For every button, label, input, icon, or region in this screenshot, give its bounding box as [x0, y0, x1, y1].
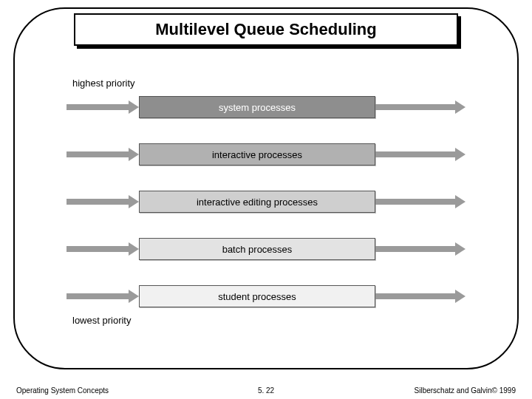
arrow-left-icon — [66, 245, 139, 253]
queue-box: student processes — [139, 285, 375, 307]
queue-row: batch processes — [66, 235, 466, 263]
queue-label: interactive editing processes — [197, 197, 318, 208]
arrow-right-icon — [375, 245, 466, 253]
arrow-left-icon — [66, 197, 139, 206]
queue-label: system processes — [219, 102, 296, 113]
highest-priority-label: highest priority — [72, 78, 466, 89]
arrow-right-icon — [375, 292, 466, 301]
footer-center: 5. 22 — [258, 386, 274, 395]
footer: Operating System Concepts 5. 22 Silbersc… — [0, 386, 532, 395]
queue-label: interactive processes — [212, 149, 302, 160]
arrow-left-icon — [66, 292, 139, 301]
queue-box: batch processes — [139, 238, 375, 260]
queue-box: system processes — [139, 96, 375, 118]
arrow-right-icon — [375, 150, 466, 159]
slide-title: Multilevel Queue Scheduling — [155, 20, 377, 39]
queue-label: student processes — [218, 291, 296, 302]
lowest-priority-label: lowest priority — [72, 315, 466, 326]
queue-row: interactive editing processes — [66, 188, 466, 216]
queue-box: interactive editing processes — [139, 191, 375, 213]
queue-box: interactive processes — [139, 143, 375, 166]
queue-row: student processes — [66, 282, 466, 310]
queue-label: batch processes — [222, 244, 293, 255]
queue-diagram: highest priority system processesinterac… — [66, 78, 466, 326]
title-box: Multilevel Queue Scheduling — [74, 13, 458, 46]
arrow-left-icon — [66, 150, 139, 159]
footer-right: Silberschatz and Galvin© 1999 — [415, 386, 516, 395]
queue-row: system processes — [66, 93, 466, 121]
queue-row: interactive processes — [66, 140, 466, 168]
arrow-left-icon — [66, 103, 139, 112]
arrow-right-icon — [375, 197, 466, 206]
arrow-right-icon — [375, 103, 466, 112]
footer-left: Operating System Concepts — [16, 386, 109, 395]
